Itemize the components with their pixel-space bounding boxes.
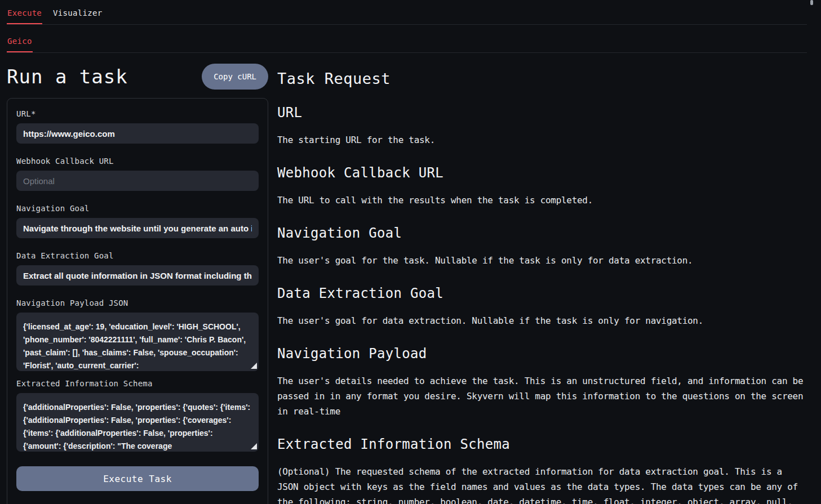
data-extraction-goal-field-group: Data Extraction Goal: [16, 251, 259, 286]
extracted-schema-field-group: Extracted Information Schema {'additiona…: [16, 379, 259, 452]
doc-section-extracted-information-schema: Extracted Information Schema (Optional) …: [277, 436, 807, 504]
navigation-goal-field-group: Navigation Goal: [16, 204, 259, 238]
doc-body: The user's goal for data extraction. Nul…: [277, 313, 807, 328]
webhook-field-group: Webhook Callback URL: [16, 157, 259, 191]
docs-title: Task Request: [277, 70, 807, 87]
doc-body: (Optional) The requested schema of the e…: [277, 464, 807, 504]
webhook-callback-url-input[interactable]: [16, 171, 259, 191]
data-extraction-goal-label: Data Extraction Goal: [16, 251, 259, 260]
copy-curl-button[interactable]: Copy cURL: [202, 64, 268, 90]
doc-section-navigation-payload: Navigation Payload The user's details ne…: [277, 346, 807, 419]
webhook-callback-url-label: Webhook Callback URL: [16, 157, 259, 166]
resize-grip-icon[interactable]: [251, 443, 257, 449]
scrollbar-thumb[interactable]: [810, 0, 813, 5]
sub-tab-bar: Geico: [7, 25, 807, 53]
doc-heading: Data Extraction Goal: [277, 286, 807, 301]
doc-heading: Extracted Information Schema: [277, 436, 807, 452]
doc-section-data-extraction-goal: Data Extraction Goal The user's goal for…: [277, 286, 807, 328]
navigation-goal-label: Navigation Goal: [16, 204, 259, 213]
navigation-payload-field-group: Navigation Payload JSON {'licensed_at_ag…: [16, 298, 259, 371]
run-task-panel: Run a task Copy cURL URL* Webhook Callba…: [7, 53, 268, 504]
doc-heading: Navigation Goal: [277, 225, 807, 241]
page-title: Run a task: [7, 65, 128, 88]
task-form-card: URL* Webhook Callback URL Navigation Goa…: [7, 98, 268, 504]
doc-body: The user's goal for the task. Nullable i…: [277, 253, 807, 268]
url-label: URL*: [16, 109, 259, 118]
extracted-information-schema-label: Extracted Information Schema: [16, 379, 259, 388]
navigation-payload-json-input[interactable]: {'licensed_at_age': 19, 'education_level…: [16, 313, 259, 371]
extracted-information-schema-input[interactable]: {'additionalProperties': False, 'propert…: [16, 393, 259, 452]
doc-body: The starting URL for the task.: [277, 132, 807, 148]
doc-body: The user's details needed to achieve the…: [277, 373, 807, 419]
main-tab-bar: Execute Visualizer: [7, 0, 807, 25]
resize-grip-icon[interactable]: [251, 363, 257, 369]
doc-heading: URL: [277, 105, 807, 121]
main-content: Run a task Copy cURL URL* Webhook Callba…: [0, 53, 821, 504]
execute-task-button[interactable]: Execute Task: [16, 466, 259, 491]
doc-section-navigation-goal: Navigation Goal The user's goal for the …: [277, 225, 807, 268]
url-input[interactable]: [16, 123, 259, 144]
doc-heading: Webhook Callback URL: [277, 165, 807, 181]
data-extraction-goal-input[interactable]: [16, 265, 259, 286]
url-field-group: URL*: [16, 109, 259, 144]
doc-body: The URL to call with the results when th…: [277, 193, 807, 208]
tab-visualizer[interactable]: Visualizer: [52, 0, 103, 24]
task-request-docs: Task Request URL The starting URL for th…: [277, 70, 807, 504]
subtab-geico[interactable]: Geico: [7, 25, 33, 52]
doc-section-webhook-callback-url: Webhook Callback URL The URL to call wit…: [277, 165, 807, 208]
navigation-goal-input[interactable]: [16, 218, 259, 238]
tab-execute[interactable]: Execute: [7, 0, 42, 24]
doc-heading: Navigation Payload: [277, 346, 807, 362]
doc-section-url: URL The starting URL for the task.: [277, 105, 807, 148]
navigation-payload-json-label: Navigation Payload JSON: [16, 298, 259, 307]
run-task-header: Run a task Copy cURL: [7, 64, 268, 90]
